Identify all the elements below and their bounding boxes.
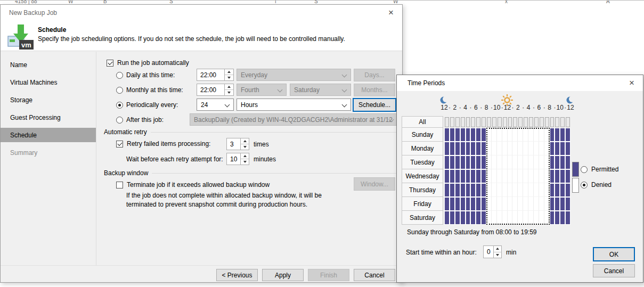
grid-cell[interactable]: [471, 170, 475, 183]
period-unit-dropdown[interactable]: Hours: [237, 99, 351, 111]
grid-cell[interactable]: [482, 198, 486, 210]
grid-cell[interactable]: [486, 128, 492, 142]
grid-cell[interactable]: [482, 170, 486, 183]
hour-column-selector[interactable]: [534, 117, 539, 127]
grid-cell[interactable]: [461, 142, 465, 155]
grid-cell[interactable]: [566, 198, 570, 210]
hour-column-selector[interactable]: [529, 117, 533, 127]
grid-cell[interactable]: [497, 142, 502, 155]
grid-cell[interactable]: [466, 211, 470, 224]
grid-cell[interactable]: [461, 170, 465, 183]
hour-column-selector[interactable]: [566, 117, 570, 127]
grid-cell[interactable]: [445, 198, 449, 210]
grid-cell[interactable]: [508, 169, 513, 183]
grid-cell[interactable]: [555, 211, 559, 224]
grid-cell[interactable]: [508, 128, 513, 142]
grid-cell[interactable]: [445, 142, 449, 155]
grid-cell[interactable]: [466, 156, 470, 169]
grid-cell[interactable]: [539, 169, 544, 183]
grid-cell[interactable]: [566, 156, 570, 169]
grid-cell[interactable]: [486, 169, 492, 183]
denied-option[interactable]: Denied: [581, 181, 612, 188]
grid-cell[interactable]: [471, 156, 475, 169]
grid-cell[interactable]: [566, 128, 570, 141]
grid-cell[interactable]: [461, 184, 465, 196]
grid-cell[interactable]: [512, 197, 518, 211]
grid-cell[interactable]: [528, 197, 534, 211]
grid-cell[interactable]: [492, 128, 497, 142]
grid-cell[interactable]: [476, 128, 480, 141]
spin-up-button[interactable]: [241, 153, 249, 159]
grid-cell[interactable]: [539, 183, 544, 197]
grid-cell[interactable]: [528, 142, 534, 155]
grid-cell[interactable]: [508, 211, 513, 225]
grid-cell[interactable]: [482, 156, 486, 169]
grid-cell[interactable]: [450, 142, 454, 155]
day-row-button-saturday[interactable]: Saturday: [402, 210, 443, 225]
retry-count-field[interactable]: 3: [226, 138, 249, 150]
grid-cell[interactable]: [518, 155, 523, 169]
monthly-radio[interactable]: [116, 87, 123, 94]
hour-column-selector[interactable]: [513, 117, 517, 127]
grid-cell[interactable]: [544, 155, 550, 169]
grid-cell[interactable]: [450, 170, 454, 183]
grid-cell[interactable]: [544, 197, 550, 211]
spin-up-button[interactable]: [225, 69, 233, 75]
grid-cell[interactable]: [528, 155, 534, 169]
sidebar-item-name[interactable]: Name: [1, 56, 96, 73]
spin-up-button[interactable]: [225, 84, 233, 89]
grid-cell[interactable]: [461, 156, 465, 169]
grid-cell[interactable]: [550, 128, 555, 141]
grid-cell[interactable]: [502, 169, 508, 183]
grid-cell[interactable]: [450, 156, 454, 169]
after-job-option[interactable]: After this job:: [116, 116, 164, 124]
grid-cell[interactable]: [512, 211, 518, 225]
grid-cell[interactable]: [518, 211, 523, 225]
grid-cell[interactable]: [555, 170, 559, 183]
grid-cell[interactable]: [450, 198, 454, 210]
grid-cell[interactable]: [471, 184, 475, 196]
grid-cell[interactable]: [471, 142, 475, 155]
grid-cell[interactable]: [497, 128, 502, 142]
sidebar-item-schedule[interactable]: Schedule: [1, 128, 96, 142]
grid-cell[interactable]: [523, 155, 528, 169]
grid-cell[interactable]: [492, 155, 497, 169]
grid-cell[interactable]: [476, 170, 480, 183]
grid-cell[interactable]: [445, 211, 449, 224]
grid-cell[interactable]: [566, 211, 570, 224]
permitted-radio[interactable]: [581, 166, 588, 173]
grid-cell[interactable]: [497, 211, 502, 225]
grid-cell[interactable]: [539, 155, 544, 169]
start-time-field[interactable]: 0: [483, 245, 502, 258]
grid-cell[interactable]: [523, 211, 528, 225]
sidebar-item-virtual-machines[interactable]: Virtual Machines: [1, 73, 96, 91]
hour-column-selector[interactable]: [482, 117, 486, 127]
grid-cell[interactable]: [455, 128, 460, 141]
grid-cell[interactable]: [492, 197, 497, 211]
grid-cell[interactable]: [518, 183, 523, 197]
grid-cell[interactable]: [466, 128, 470, 141]
grid-cell[interactable]: [534, 169, 539, 183]
grid-cell[interactable]: [539, 128, 544, 142]
grid-cell[interactable]: [476, 142, 480, 155]
hour-column-selector[interactable]: [492, 117, 496, 127]
daily-radio[interactable]: [116, 72, 123, 79]
grid-cell[interactable]: [560, 142, 565, 155]
grid-cell[interactable]: [566, 142, 570, 155]
grid-cell[interactable]: [466, 198, 470, 210]
grid-cell[interactable]: [534, 142, 539, 155]
hour-column-selector[interactable]: [487, 117, 491, 127]
hour-column-selector[interactable]: [508, 117, 512, 127]
terminate-checkbox[interactable]: [116, 182, 123, 188]
grid-cell[interactable]: [523, 183, 528, 197]
hour-column-selector[interactable]: [445, 117, 449, 127]
grid-cell[interactable]: [550, 184, 555, 196]
day-row-button-wednesday[interactable]: Wednesday: [402, 169, 443, 183]
grid-cell[interactable]: [445, 170, 449, 183]
grid-cell[interactable]: [555, 184, 559, 196]
grid-cell[interactable]: [566, 184, 570, 196]
grid-cell[interactable]: [471, 211, 475, 224]
hour-column-selector[interactable]: [524, 117, 528, 127]
grid-cell[interactable]: [550, 170, 555, 183]
spin-up-button[interactable]: [494, 246, 501, 252]
